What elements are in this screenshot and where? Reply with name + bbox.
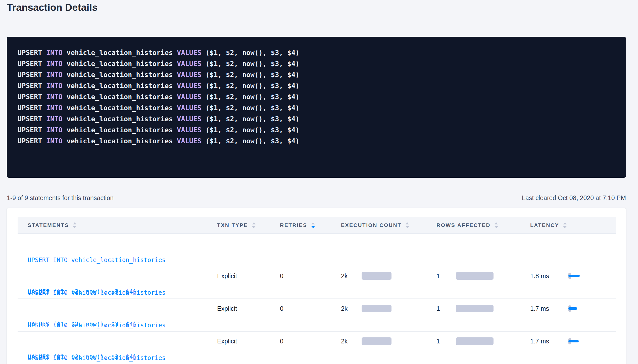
sql-keyword: VALUES xyxy=(177,104,202,112)
sql-keyword: VALUES xyxy=(177,60,202,68)
sql-text: ($1, $2, now(), $3, $4) xyxy=(202,137,300,145)
statement-link[interactable]: UPSERT INTO vehicle_location_histories V… xyxy=(18,332,217,364)
execution-count-cell: 2k xyxy=(341,337,436,345)
statements-table: STATEMENTS TXN TYPE RETRIES EXECUTION CO… xyxy=(18,217,616,364)
transaction-details-page: { "title": "Transaction Details", "sql_b… xyxy=(0,0,638,364)
execution-count-cell: 2k xyxy=(341,272,436,280)
latency-bar xyxy=(568,307,577,310)
sql-text: vehicle_location_histories xyxy=(63,126,177,134)
sql-text: UPSERT xyxy=(18,82,46,90)
rows-affected-bar xyxy=(456,305,494,312)
execution-count-value: 2k xyxy=(341,305,362,312)
column-header-retries[interactable]: RETRIES xyxy=(280,222,341,228)
sql-text: UPSERT xyxy=(18,93,46,101)
retries-cell: 0 xyxy=(280,338,341,345)
retries-cell: 0 xyxy=(280,305,341,312)
sort-icon xyxy=(311,222,315,228)
sql-text: ($1, $2, now(), $3, $4) xyxy=(202,93,300,101)
sql-text: ($1, $2, now(), $3, $4) xyxy=(202,104,300,112)
sort-down-icon xyxy=(311,226,315,228)
latency-bar xyxy=(568,275,580,277)
sql-text: UPSERT xyxy=(18,60,46,68)
column-header-label: LATENCY xyxy=(530,222,559,228)
sql-keyword: VALUES xyxy=(177,71,202,79)
sql-text: vehicle_location_histories xyxy=(63,115,177,123)
sql-keyword: INTO xyxy=(46,60,63,68)
statement-line-1: UPSERT INTO vehicle_location_histories xyxy=(28,353,217,363)
page-title: Transaction Details xyxy=(7,2,97,13)
sql-text: vehicle_location_histories xyxy=(63,71,177,79)
latency-value: 1.7 ms xyxy=(530,338,568,345)
latency-value: 1.8 ms xyxy=(530,272,568,280)
sort-icon xyxy=(563,222,567,228)
sql-keyword: INTO xyxy=(46,82,63,90)
rows-affected-value: 1 xyxy=(436,272,456,280)
sql-keyword: INTO xyxy=(46,93,63,101)
statement-line-1: UPSERT INTO vehicle_location_histories xyxy=(28,255,217,265)
statements-count-text: 1-9 of 9 statements for this transaction xyxy=(7,194,114,202)
latency-cell: 1.7 ms xyxy=(530,303,616,314)
sort-up-icon xyxy=(73,222,76,224)
sql-keyword: INTO xyxy=(46,126,63,134)
sql-text: ($1, $2, now(), $3, $4) xyxy=(202,82,300,90)
table-row: UPSERT INTO vehicle_location_histories V… xyxy=(18,299,616,332)
sql-text: ($1, $2, now(), $3, $4) xyxy=(202,60,300,68)
sql-code-line: UPSERT INTO vehicle_location_histories V… xyxy=(18,47,620,58)
latency-cell: 1.8 ms xyxy=(530,270,616,281)
rows-affected-value: 1 xyxy=(436,305,456,312)
execution-count-value: 2k xyxy=(341,272,362,280)
column-header-rows-affected[interactable]: ROWS AFFECTED xyxy=(436,222,530,228)
rows-affected-bar xyxy=(456,337,494,345)
sql-code-line: UPSERT INTO vehicle_location_histories V… xyxy=(18,69,620,80)
sql-text: ($1, $2, now(), $3, $4) xyxy=(202,115,300,123)
statement-line-1: UPSERT INTO vehicle_location_histories xyxy=(28,320,217,331)
sort-up-icon xyxy=(311,222,315,224)
column-header-label: TXN TYPE xyxy=(217,222,248,228)
execution-count-bar xyxy=(362,272,391,280)
latency-value: 1.7 ms xyxy=(530,305,568,312)
sql-keyword: INTO xyxy=(46,115,63,123)
sql-keyword: VALUES xyxy=(177,137,202,145)
sql-code-line: UPSERT INTO vehicle_location_histories V… xyxy=(18,80,620,91)
column-header-latency[interactable]: LATENCY xyxy=(530,222,616,228)
sql-text: vehicle_location_histories xyxy=(63,60,177,68)
rows-affected-bar xyxy=(456,272,494,280)
statements-table-header: STATEMENTS TXN TYPE RETRIES EXECUTION CO… xyxy=(18,217,616,234)
sort-icon xyxy=(252,222,256,228)
column-header-execution-count[interactable]: EXECUTION COUNT xyxy=(341,222,436,228)
sort-icon xyxy=(73,222,76,228)
sort-up-icon xyxy=(563,222,567,224)
execution-count-cell: 2k xyxy=(341,305,436,312)
sql-text: ($1, $2, now(), $3, $4) xyxy=(202,49,300,56)
sql-keyword: VALUES xyxy=(177,82,202,90)
column-header-statements[interactable]: STATEMENTS xyxy=(18,222,217,228)
sql-keyword: INTO xyxy=(46,71,63,79)
last-cleared-text: Last cleared Oct 08, 2020 at 7:10 PM xyxy=(522,194,626,202)
sql-keyword: VALUES xyxy=(177,126,202,134)
sql-code-line: UPSERT INTO vehicle_location_histories V… xyxy=(18,102,620,113)
sort-down-icon xyxy=(495,226,498,228)
sql-text: UPSERT xyxy=(18,104,46,112)
table-row: UPSERT INTO vehicle_location_histories V… xyxy=(18,332,616,364)
statements-table-body: UPSERT INTO vehicle_location_histories V… xyxy=(18,234,616,364)
table-row: UPSERT INTO vehicle_location_histories V… xyxy=(18,234,616,266)
statement-line-1: UPSERT INTO vehicle_location_histories xyxy=(28,287,217,298)
sql-keyword: VALUES xyxy=(177,115,202,123)
sql-text: UPSERT xyxy=(18,71,46,79)
sql-keyword: INTO xyxy=(46,104,63,112)
execution-count-value: 2k xyxy=(341,338,362,345)
latency-barchart xyxy=(568,303,616,314)
sql-code-line: UPSERT INTO vehicle_location_histories V… xyxy=(18,58,620,69)
execution-count-bar xyxy=(362,337,391,345)
sql-code-line: UPSERT INTO vehicle_location_histories V… xyxy=(18,113,620,125)
sql-keyword: INTO xyxy=(46,137,63,145)
sql-text: vehicle_location_histories xyxy=(63,82,177,90)
latency-cell: 1.7 ms xyxy=(530,336,616,347)
column-header-txn-type[interactable]: TXN TYPE xyxy=(217,222,280,228)
sort-up-icon xyxy=(495,222,498,224)
sql-text: vehicle_location_histories xyxy=(63,104,177,112)
sort-up-icon xyxy=(252,222,256,224)
sql-code-line: UPSERT INTO vehicle_location_histories V… xyxy=(18,136,620,147)
rows-affected-value: 1 xyxy=(436,338,456,345)
rows-affected-cell: 1 xyxy=(436,272,530,280)
